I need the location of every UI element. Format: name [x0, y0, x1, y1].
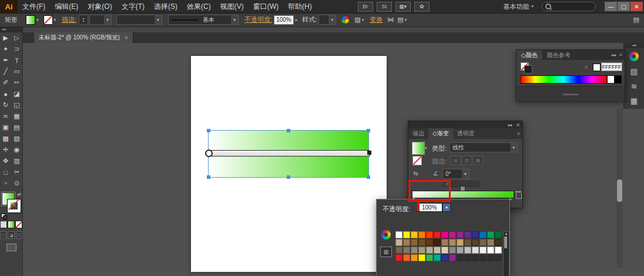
angle-dropdown[interactable]: 0° ▾: [442, 169, 469, 179]
fill-color-swatch[interactable]: [26, 15, 35, 25]
swatch-scrollbar[interactable]: ▲: [503, 231, 509, 276]
menu-type[interactable]: 文字(T): [117, 0, 149, 13]
color-swatch[interactable]: [434, 247, 441, 254]
color-swatch[interactable]: [403, 247, 410, 254]
document-tab[interactable]: 未标题-2* @ 100% (RGB/预览) ×: [34, 32, 133, 43]
color-swatch[interactable]: [487, 247, 494, 254]
color-swatch[interactable]: [411, 247, 418, 254]
stroke-gradient-along-button[interactable]: ▥: [462, 156, 472, 165]
gradient-annotator-bar[interactable]: [207, 150, 370, 157]
swap-fill-stroke-icon[interactable]: ⇄: [17, 192, 21, 197]
color-swatch[interactable]: [426, 254, 433, 261]
black-swatch[interactable]: [614, 75, 622, 84]
tool-rotate[interactable]: ↻: [0, 99, 11, 111]
color-swatch[interactable]: [434, 231, 441, 238]
panel-collapse-icon[interactable]: ◂◂: [507, 122, 512, 128]
swatches-grid-icon[interactable]: ⊞: [380, 247, 392, 257]
color-swatch[interactable]: [418, 254, 425, 261]
stroke-none-proxy[interactable]: [412, 156, 422, 165]
tool-mesh[interactable]: ▩: [0, 133, 11, 144]
close-tab-icon[interactable]: ×: [125, 35, 128, 41]
color-swatch[interactable]: [495, 231, 502, 238]
tool-pencil[interactable]: ✏: [11, 77, 22, 88]
menu-window[interactable]: 窗口(W): [249, 0, 283, 13]
color-swatch[interactable]: [441, 231, 448, 238]
stroke-weight-dropdown[interactable]: ▾: [89, 15, 112, 25]
color-panel-icon[interactable]: [627, 50, 641, 63]
tab-color[interactable]: ◇颜色: [516, 50, 542, 60]
color-swatch[interactable]: [449, 239, 456, 246]
restore-button[interactable]: ▢: [618, 2, 630, 11]
stroke-proxy-swatch[interactable]: [524, 65, 532, 74]
recolor-artwork-icon[interactable]: [341, 15, 350, 24]
tab-gradient[interactable]: ◇渐变: [428, 128, 453, 139]
bridge-icon[interactable]: Br: [358, 2, 373, 12]
color-swatch[interactable]: [495, 247, 502, 254]
tool-zoom[interactable]: ⊙: [11, 178, 22, 189]
color-swatch[interactable]: [464, 247, 471, 254]
draw-inside-button[interactable]: ◫: [16, 231, 22, 239]
selection-handle[interactable]: [207, 129, 210, 132]
color-swatch[interactable]: [441, 254, 448, 261]
close-button[interactable]: ✕: [630, 2, 643, 11]
tab-stroke[interactable]: 描边: [408, 128, 428, 139]
gradient-type-dropdown[interactable]: 线性 ▾: [450, 142, 518, 152]
menu-help[interactable]: 帮助(H): [283, 0, 317, 13]
color-swatch[interactable]: [426, 247, 433, 254]
stroke-gradient-across-button[interactable]: ▦: [473, 156, 483, 165]
transform-link[interactable]: 变换: [370, 15, 383, 24]
color-swatch[interactable]: [411, 239, 418, 246]
workspace-switcher[interactable]: 基本功能 ▾: [503, 2, 534, 11]
stroke-weight-stepper[interactable]: ▲▼: [79, 15, 88, 25]
tab-color-guide[interactable]: 颜色参考: [542, 50, 575, 60]
stock-icon[interactable]: St: [377, 2, 392, 12]
stroke-gradient-within-button[interactable]: ▤: [451, 156, 461, 165]
chevron-down-icon[interactable]: ▾: [362, 18, 364, 22]
cs-live-icon[interactable]: ✿: [414, 2, 430, 12]
color-swatch[interactable]: [403, 254, 410, 261]
stroke-link[interactable]: 描边:: [62, 15, 76, 24]
color-swatch[interactable]: [457, 239, 464, 246]
color-swatch[interactable]: [464, 231, 471, 238]
menu-object[interactable]: 对象(O): [83, 0, 116, 13]
panel-resize-gripper[interactable]: [516, 86, 625, 100]
color-swatch[interactable]: [434, 254, 441, 261]
selection-handle[interactable]: [367, 129, 370, 132]
chevron-down-icon[interactable]: ▾: [442, 203, 451, 212]
tool-eyedropper[interactable]: ✛: [0, 144, 11, 155]
none-mode-button[interactable]: [15, 221, 22, 228]
color-swatch[interactable]: [449, 231, 456, 238]
color-swatch[interactable]: [487, 239, 494, 246]
draw-normal-button[interactable]: ▢: [0, 231, 6, 239]
stroke-style-dropdown[interactable]: 基本 ▾: [168, 15, 239, 25]
opacity-value-field[interactable]: 100%: [274, 15, 294, 25]
symbols-panel-icon[interactable]: ▦: [627, 94, 641, 107]
reverse-gradient-icon[interactable]: ⇆: [413, 170, 418, 177]
hex-value-field[interactable]: FFFFFF: [601, 62, 622, 71]
search-input[interactable]: [542, 2, 596, 11]
tool-magic-wand[interactable]: ✦: [0, 44, 11, 55]
screen-mode-button[interactable]: [6, 244, 16, 251]
color-swatch[interactable]: [457, 247, 464, 254]
panel-toggle-icon[interactable]: ▤: [633, 16, 639, 24]
color-swatch[interactable]: [395, 254, 402, 261]
color-swatch[interactable]: [449, 247, 456, 254]
color-spectrum-bar[interactable]: [520, 75, 607, 84]
color-swatch[interactable]: [418, 239, 425, 246]
opacity-link[interactable]: 不透明度:: [244, 15, 272, 24]
tool-blend[interactable]: ◉: [11, 144, 22, 155]
panel-close-icon[interactable]: ✕: [516, 122, 520, 128]
tool-hand[interactable]: ☞: [0, 178, 11, 189]
tool-slice[interactable]: ✂: [11, 167, 22, 178]
dock-collapse-button[interactable]: ◂◂: [624, 43, 644, 48]
panel-collapse-icon[interactable]: ▸▸: [612, 52, 616, 58]
color-swatch[interactable]: [479, 247, 487, 254]
tool-paintbrush[interactable]: ✐: [0, 77, 11, 88]
chevron-down-icon[interactable]: ▾: [405, 18, 407, 22]
panel-menu-icon[interactable]: ≡: [517, 131, 520, 137]
scrollbar-thumb[interactable]: [504, 237, 507, 248]
color-swatch[interactable]: [411, 254, 418, 261]
draw-behind-button[interactable]: ◪: [8, 231, 14, 239]
tool-column-graph[interactable]: ▥: [11, 155, 22, 167]
color-swatch[interactable]: [395, 247, 402, 254]
